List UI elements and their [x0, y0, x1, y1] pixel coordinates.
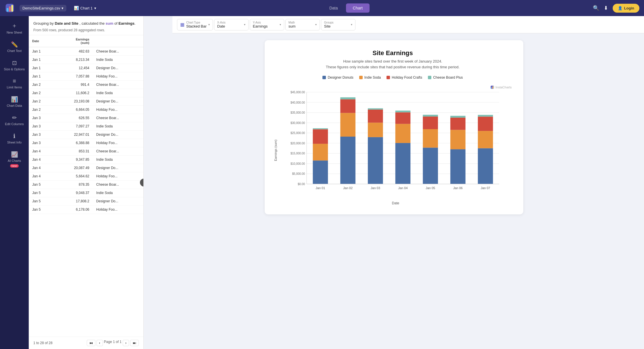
tab-data[interactable]: Data: [322, 3, 345, 13]
cell-earnings: 7,097.27: [55, 122, 93, 130]
first-page-button[interactable]: ⏮: [87, 340, 95, 346]
bar-segment-indie[interactable]: [340, 113, 355, 137]
bar-segment-indie[interactable]: [368, 123, 383, 137]
cell-site: Holiday Foo...: [93, 139, 143, 147]
svg-rect-5: [491, 87, 492, 89]
groups-select[interactable]: Groups Site ▾: [321, 19, 355, 30]
cell-date: Jan 1: [29, 55, 55, 64]
bar-segment-indie[interactable]: [423, 129, 438, 148]
legend-item: Designer Donuts: [322, 75, 353, 80]
cell-earnings: 9,048.37: [55, 189, 93, 197]
svg-text:$35,000.00: $35,000.00: [290, 111, 305, 114]
user-icon: 👤: [618, 6, 622, 10]
sidebar-item-size-options[interactable]: ⊡ Size & Options: [0, 56, 29, 74]
bar-segment-holiday[interactable]: [423, 117, 438, 129]
file-name[interactable]: DemoSiteEarnings.csv ▾: [20, 5, 66, 11]
legend-label: Indie Soda: [364, 75, 381, 80]
xaxis-tick-label: Jan 05: [426, 186, 435, 190]
cell-earnings: 991.4: [55, 80, 93, 89]
chart-title: Site Earnings: [274, 49, 512, 57]
math-select[interactable]: Math sum ▾: [285, 19, 320, 30]
sidebar-item-chart-data[interactable]: 📊 Chart Data: [0, 92, 29, 111]
cell-site: Holiday Foo...: [93, 205, 143, 214]
chart-name[interactable]: 📊 Chart 1 ▾: [71, 5, 99, 11]
data-pagination: 1 to 28 of 28 ⏮ ‹ Page 1 of 1 › ⏭: [29, 337, 143, 349]
tab-chart[interactable]: Chart: [346, 3, 370, 13]
bar-segment-designer[interactable]: [423, 148, 438, 184]
cell-site: Cheese Boar...: [93, 147, 143, 155]
legend-item: Cheese Board Plus: [428, 75, 463, 80]
cell-site: Indie Soda: [93, 55, 143, 64]
bar-segment-designer[interactable]: [340, 137, 355, 184]
bar-segment-holiday[interactable]: [368, 110, 383, 123]
sidebar-item-edit-columns[interactable]: ✏ Edit Columns: [0, 111, 29, 129]
cell-site: Holiday Foo...: [93, 172, 143, 180]
data-panel-header: Grouping by Date and Site , calculated t…: [29, 16, 143, 35]
instacharts-badge: InstaCharts: [280, 85, 512, 89]
bar-segment-indie[interactable]: [450, 130, 466, 150]
cell-site: Designer Do...: [93, 64, 143, 72]
bar-segment-cheese[interactable]: [450, 116, 466, 117]
bar-segment-cheese[interactable]: [395, 110, 410, 112]
cell-site: Designer Do...: [93, 97, 143, 105]
sidebar-item-new-sheet[interactable]: ＋ New Sheet: [0, 18, 29, 38]
bar-segment-designer[interactable]: [313, 160, 328, 184]
bar-segment-indie[interactable]: [313, 144, 328, 160]
table-row: Jan 1 8,213.34 Indie Soda: [29, 55, 143, 64]
legend-label: Cheese Board Plus: [433, 75, 463, 80]
cell-earnings: 6,178.06: [55, 205, 93, 214]
chart-inner: Earnings (sum) InstaCharts $0.00$5,000.: [274, 84, 512, 205]
bar-segment-designer[interactable]: [478, 148, 493, 184]
legend-item: Holiday Food Crafts: [387, 75, 422, 80]
xaxis-select[interactable]: X-Axis Date ▾: [214, 19, 249, 30]
bar-segment-designer[interactable]: [450, 149, 466, 184]
bar-segment-holiday[interactable]: [478, 117, 493, 131]
bar-segment-holiday[interactable]: [340, 99, 355, 113]
bar-segment-cheese[interactable]: [423, 115, 438, 117]
info-icon: ℹ: [13, 133, 16, 139]
bar-segment-designer[interactable]: [395, 143, 410, 184]
bar-segment-indie[interactable]: [395, 124, 410, 143]
bar-segment-cheese[interactable]: [478, 115, 493, 117]
bar-segment-cheese[interactable]: [368, 108, 383, 109]
bar-segment-cheese[interactable]: [340, 97, 355, 99]
sidebar-item-sheet-info[interactable]: ℹ Sheet Info: [0, 129, 29, 148]
svg-text:$5,000.00: $5,000.00: [292, 172, 305, 175]
bar-segment-holiday[interactable]: [450, 118, 466, 130]
cell-earnings: 17,808.2: [55, 197, 93, 205]
sidebar-item-chart-text[interactable]: ✏️ Chart Text: [0, 38, 29, 56]
xaxis-tick-label: Jan 06: [453, 186, 462, 190]
bar-segment-designer[interactable]: [368, 137, 383, 184]
cell-date: Jan 4: [29, 172, 55, 180]
cell-earnings: 5,664.62: [55, 172, 93, 180]
search-icon[interactable]: 🔍: [593, 5, 599, 11]
table-row: Jan 4 853.31 Cheese Boar...: [29, 147, 143, 155]
sidebar-item-ai-charts[interactable]: 📈 AI Charts New!: [0, 148, 29, 171]
cell-earnings: 23,193.08: [55, 97, 93, 105]
x-axis-label: Date: [280, 201, 512, 205]
xaxis-tick-label: Jan 04: [398, 186, 407, 190]
cell-date: Jan 5: [29, 205, 55, 214]
next-page-button[interactable]: ›: [123, 340, 129, 346]
legend-item: Indie Soda: [359, 75, 381, 80]
cell-site: Holiday Foo...: [93, 105, 143, 114]
bar-segment-holiday[interactable]: [395, 112, 410, 124]
cell-earnings: 7,057.88: [55, 72, 93, 80]
sidebar-item-limit-items[interactable]: ≡ Limit Items: [0, 74, 29, 92]
cell-site: Designer Do...: [93, 164, 143, 172]
bar-segment-cheese[interactable]: [313, 128, 328, 129]
svg-text:$40,000.00: $40,000.00: [290, 101, 305, 104]
cell-date: Jan 3: [29, 130, 55, 139]
chart-type-select[interactable]: ▦ Chart Type Stacked Bar ▾: [177, 19, 213, 30]
bar-segment-holiday[interactable]: [313, 129, 328, 144]
last-page-button[interactable]: ⏭: [130, 340, 139, 346]
table-row: Jan 1 7,057.88 Holiday Foo...: [29, 72, 143, 80]
xaxis-tick-label: Jan 07: [480, 186, 490, 190]
cell-earnings: 11,606.2: [55, 89, 93, 97]
login-button[interactable]: 👤 Login: [613, 4, 639, 13]
prev-page-button[interactable]: ‹: [97, 340, 103, 346]
bar-segment-indie[interactable]: [478, 131, 493, 148]
table-row: Jan 1 12,454 Designer Do...: [29, 64, 143, 72]
download-icon[interactable]: ⬇: [604, 5, 608, 11]
yaxis-select[interactable]: Y-Axis Earnings ▾: [250, 19, 284, 30]
